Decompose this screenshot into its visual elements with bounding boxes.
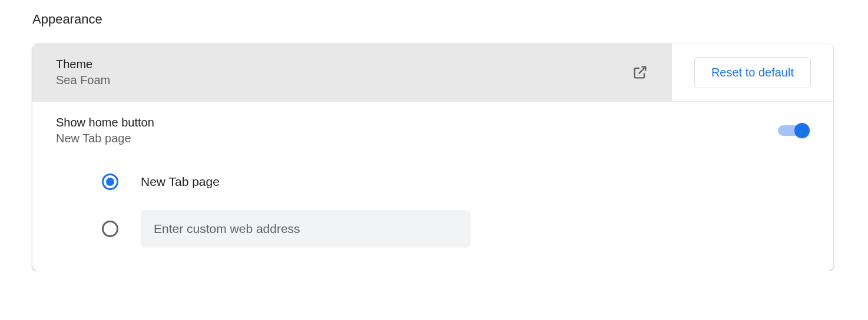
show-home-button-toggle[interactable]	[778, 122, 810, 139]
radio-custom-address[interactable]	[102, 221, 118, 237]
radio-new-tab-page[interactable]	[102, 174, 118, 190]
home-page-radio-group: New Tab page	[32, 156, 833, 271]
theme-label: Theme	[56, 58, 110, 71]
theme-value: Sea Foam	[56, 74, 110, 87]
reset-cell: Reset to default	[672, 44, 833, 101]
appearance-card: Theme Sea Foam Reset to default Show hom…	[32, 44, 833, 271]
radio-row-custom	[102, 210, 810, 248]
show-home-button-value: New Tab page	[56, 132, 154, 145]
theme-row: Theme Sea Foam Reset to default	[32, 44, 833, 102]
svg-line-0	[639, 67, 646, 74]
theme-link-area[interactable]: Theme Sea Foam	[32, 44, 672, 101]
radio-row-new-tab: New Tab page	[102, 163, 810, 201]
radio-new-tab-label: New Tab page	[141, 175, 220, 189]
show-home-button-row: Show home button New Tab page	[32, 102, 833, 156]
section-title: Appearance	[32, 12, 868, 27]
reset-to-default-button[interactable]: Reset to default	[694, 57, 811, 88]
custom-web-address-input[interactable]	[141, 210, 471, 248]
show-home-button-label: Show home button	[56, 116, 154, 129]
open-external-icon	[632, 64, 648, 81]
